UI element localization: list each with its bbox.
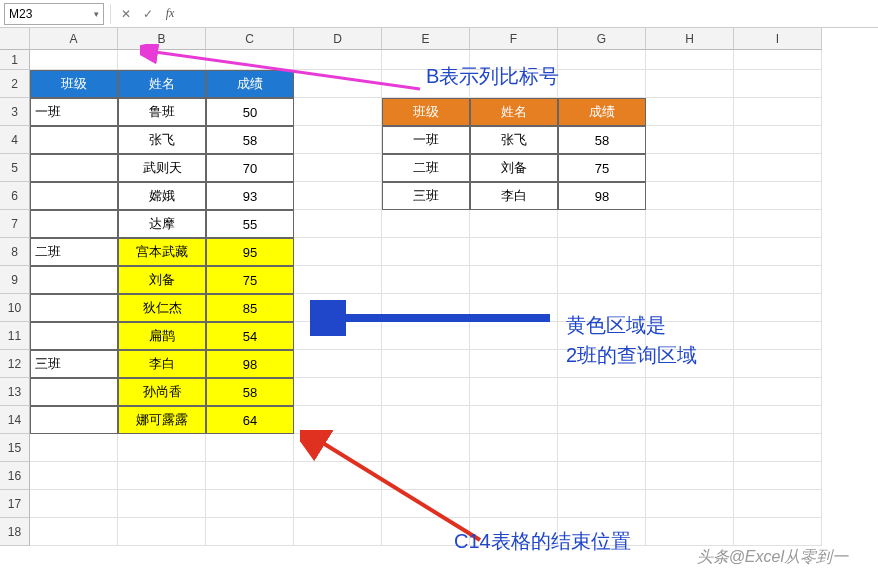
cell-B9[interactable]: 刘备 [118, 266, 206, 294]
cell-D17[interactable] [294, 490, 382, 518]
cell-D3[interactable] [294, 98, 382, 126]
row-header-1[interactable]: 1 [0, 50, 30, 70]
cell-E9[interactable] [382, 266, 470, 294]
cell-I15[interactable] [734, 434, 822, 462]
row-header-18[interactable]: 18 [0, 518, 30, 546]
column-header-H[interactable]: H [646, 28, 734, 50]
cell-I12[interactable] [734, 350, 822, 378]
cell-D13[interactable] [294, 378, 382, 406]
cell-F14[interactable] [470, 406, 558, 434]
cell-I3[interactable] [734, 98, 822, 126]
cell-B3[interactable]: 鲁班 [118, 98, 206, 126]
cell-A18[interactable] [30, 518, 118, 546]
cell-B4[interactable]: 张飞 [118, 126, 206, 154]
row-header-11[interactable]: 11 [0, 322, 30, 350]
column-header-D[interactable]: D [294, 28, 382, 50]
cell-D1[interactable] [294, 50, 382, 70]
cell-H3[interactable] [646, 98, 734, 126]
cell-G5[interactable]: 75 [558, 154, 646, 182]
cell-E3[interactable]: 班级 [382, 98, 470, 126]
cell-H16[interactable] [646, 462, 734, 490]
cell-C1[interactable] [206, 50, 294, 70]
column-header-G[interactable]: G [558, 28, 646, 50]
cell-I6[interactable] [734, 182, 822, 210]
cell-B8[interactable]: 宫本武藏 [118, 238, 206, 266]
select-all-corner[interactable] [0, 28, 30, 50]
cell-F17[interactable] [470, 490, 558, 518]
row-header-12[interactable]: 12 [0, 350, 30, 378]
confirm-icon[interactable]: ✓ [139, 4, 157, 24]
cell-B2[interactable]: 姓名 [118, 70, 206, 98]
cell-A14[interactable] [30, 406, 118, 434]
cell-H4[interactable] [646, 126, 734, 154]
cell-F13[interactable] [470, 378, 558, 406]
cell-I18[interactable] [734, 518, 822, 546]
cell-B17[interactable] [118, 490, 206, 518]
cell-F15[interactable] [470, 434, 558, 462]
cell-D11[interactable] [294, 322, 382, 350]
cell-G7[interactable] [558, 210, 646, 238]
column-header-C[interactable]: C [206, 28, 294, 50]
row-header-5[interactable]: 5 [0, 154, 30, 182]
cell-D6[interactable] [294, 182, 382, 210]
cell-F4[interactable]: 张飞 [470, 126, 558, 154]
cell-B11[interactable]: 扁鹊 [118, 322, 206, 350]
row-header-6[interactable]: 6 [0, 182, 30, 210]
cell-F16[interactable] [470, 462, 558, 490]
cell-A8[interactable]: 二班 [30, 238, 118, 266]
column-header-E[interactable]: E [382, 28, 470, 50]
column-header-A[interactable]: A [30, 28, 118, 50]
cell-E15[interactable] [382, 434, 470, 462]
fx-icon[interactable]: fx [161, 4, 179, 24]
cell-D4[interactable] [294, 126, 382, 154]
cell-E11[interactable] [382, 322, 470, 350]
cell-A15[interactable] [30, 434, 118, 462]
cell-E6[interactable]: 三班 [382, 182, 470, 210]
cell-C16[interactable] [206, 462, 294, 490]
cell-G13[interactable] [558, 378, 646, 406]
cell-C5[interactable]: 70 [206, 154, 294, 182]
cell-D16[interactable] [294, 462, 382, 490]
cell-H15[interactable] [646, 434, 734, 462]
cell-G3[interactable]: 成绩 [558, 98, 646, 126]
cell-A4[interactable] [30, 126, 118, 154]
cell-C2[interactable]: 成绩 [206, 70, 294, 98]
column-header-B[interactable]: B [118, 28, 206, 50]
cancel-icon[interactable]: ✕ [117, 4, 135, 24]
cell-E13[interactable] [382, 378, 470, 406]
row-header-15[interactable]: 15 [0, 434, 30, 462]
row-header-8[interactable]: 8 [0, 238, 30, 266]
cell-A17[interactable] [30, 490, 118, 518]
cell-G8[interactable] [558, 238, 646, 266]
cell-A6[interactable] [30, 182, 118, 210]
cell-D15[interactable] [294, 434, 382, 462]
cell-I5[interactable] [734, 154, 822, 182]
cell-I2[interactable] [734, 70, 822, 98]
cell-E8[interactable] [382, 238, 470, 266]
cell-C15[interactable] [206, 434, 294, 462]
row-header-17[interactable]: 17 [0, 490, 30, 518]
cell-A9[interactable] [30, 266, 118, 294]
cell-D14[interactable] [294, 406, 382, 434]
cell-C18[interactable] [206, 518, 294, 546]
cell-H8[interactable] [646, 238, 734, 266]
cell-D10[interactable] [294, 294, 382, 322]
cell-G9[interactable] [558, 266, 646, 294]
cell-A12[interactable]: 三班 [30, 350, 118, 378]
row-header-14[interactable]: 14 [0, 406, 30, 434]
cell-F11[interactable] [470, 322, 558, 350]
cell-D18[interactable] [294, 518, 382, 546]
cell-D8[interactable] [294, 238, 382, 266]
cell-E5[interactable]: 二班 [382, 154, 470, 182]
cell-B13[interactable]: 孙尚香 [118, 378, 206, 406]
cell-I9[interactable] [734, 266, 822, 294]
cell-E17[interactable] [382, 490, 470, 518]
cell-D9[interactable] [294, 266, 382, 294]
cell-A3[interactable]: 一班 [30, 98, 118, 126]
cell-I4[interactable] [734, 126, 822, 154]
cell-I14[interactable] [734, 406, 822, 434]
cell-C7[interactable]: 55 [206, 210, 294, 238]
cell-F6[interactable]: 李白 [470, 182, 558, 210]
cell-D5[interactable] [294, 154, 382, 182]
cell-I17[interactable] [734, 490, 822, 518]
